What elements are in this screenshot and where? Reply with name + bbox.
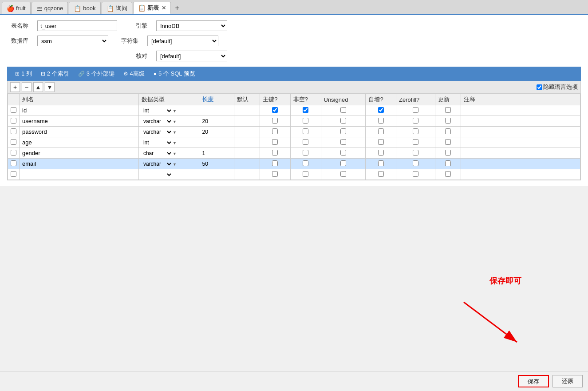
row-update-checkbox[interactable] bbox=[445, 160, 451, 166]
row-update[interactable] bbox=[435, 116, 461, 127]
row-length-input[interactable] bbox=[202, 118, 220, 124]
row-type-select[interactable]: int bbox=[142, 139, 173, 146]
row-unsigned[interactable] bbox=[321, 159, 366, 169]
row-notnull-checkbox[interactable] bbox=[303, 160, 308, 166]
row-comment[interactable] bbox=[461, 148, 580, 159]
row-length[interactable] bbox=[199, 159, 234, 169]
row-unsigned[interactable] bbox=[321, 127, 366, 137]
hide-lang-option[interactable]: 隐藏语言选项 bbox=[537, 83, 578, 91]
row-comment[interactable] bbox=[461, 116, 580, 127]
engine-select[interactable]: InnoDB bbox=[156, 20, 227, 31]
row-unsigned-checkbox[interactable] bbox=[340, 150, 346, 156]
panel-tab-indexes[interactable]: ⊟ 2 个索引 bbox=[36, 68, 74, 80]
row-zerofill-checkbox[interactable] bbox=[413, 107, 418, 113]
row-name-input[interactable] bbox=[22, 139, 136, 146]
row-name[interactable] bbox=[20, 127, 139, 137]
row-autoincrement[interactable] bbox=[366, 169, 396, 180]
row-update[interactable] bbox=[435, 127, 461, 137]
row-pk[interactable] bbox=[260, 159, 291, 169]
row-update[interactable] bbox=[435, 137, 461, 148]
row-unsigned-checkbox[interactable] bbox=[340, 171, 346, 177]
row-name-input[interactable] bbox=[22, 160, 136, 167]
row-pk-checkbox[interactable] bbox=[272, 128, 278, 134]
row-checkbox[interactable] bbox=[11, 160, 16, 166]
remove-row-button[interactable]: − bbox=[22, 82, 32, 92]
row-zerofill[interactable] bbox=[396, 105, 435, 116]
row-zerofill[interactable] bbox=[396, 137, 435, 148]
move-up-button[interactable]: ▲ bbox=[33, 82, 43, 92]
row-comment-input[interactable] bbox=[464, 139, 577, 146]
panel-tab-advanced[interactable]: ⚙ 4高级 bbox=[119, 68, 149, 80]
header-col-notnull[interactable]: 非空? bbox=[290, 94, 321, 105]
row-update-checkbox[interactable] bbox=[445, 139, 451, 145]
row-pk-checkbox[interactable] bbox=[272, 150, 278, 156]
row-type[interactable]: varchar▼ bbox=[138, 116, 199, 127]
row-comment-input[interactable] bbox=[464, 107, 577, 114]
header-col-comment[interactable]: 注释 bbox=[461, 94, 580, 105]
tab-newtable-close[interactable]: ✕ bbox=[162, 5, 166, 11]
row-unsigned-checkbox[interactable] bbox=[340, 160, 346, 166]
row-unsigned[interactable] bbox=[321, 137, 366, 148]
row-unsigned[interactable] bbox=[321, 148, 366, 159]
row-pk-checkbox[interactable] bbox=[272, 160, 278, 166]
panel-tab-columns[interactable]: ⊞ 1 列 bbox=[11, 68, 36, 80]
row-length[interactable] bbox=[199, 169, 234, 180]
row-type-select[interactable]: char bbox=[142, 150, 173, 157]
panel-tab-foreign-keys[interactable]: 🔗 3 个外部键 bbox=[74, 68, 119, 80]
row-unsigned-checkbox[interactable] bbox=[340, 107, 346, 113]
row-type-select[interactable] bbox=[142, 171, 173, 178]
row-notnull-checkbox[interactable] bbox=[303, 128, 308, 134]
row-length[interactable] bbox=[199, 105, 234, 116]
row-zerofill[interactable] bbox=[396, 116, 435, 127]
row-default[interactable] bbox=[234, 159, 260, 169]
row-unsigned[interactable] bbox=[321, 116, 366, 127]
row-autoincrement-checkbox[interactable] bbox=[378, 139, 384, 145]
row-pk[interactable] bbox=[260, 169, 291, 180]
row-checkbox[interactable] bbox=[11, 118, 16, 124]
row-autoincrement[interactable] bbox=[366, 159, 396, 169]
row-length-input[interactable] bbox=[202, 140, 220, 146]
row-autoincrement[interactable] bbox=[366, 105, 396, 116]
collation-select[interactable]: [default] bbox=[156, 51, 227, 61]
header-col-type[interactable]: 数据类型 bbox=[138, 94, 199, 105]
row-update-checkbox[interactable] bbox=[445, 118, 451, 124]
row-unsigned-checkbox[interactable] bbox=[340, 118, 346, 124]
row-checkbox[interactable] bbox=[11, 150, 16, 156]
row-type[interactable]: int▼ bbox=[138, 105, 199, 116]
row-notnull[interactable] bbox=[290, 169, 321, 180]
hide-lang-checkbox[interactable] bbox=[537, 84, 542, 90]
header-col-zerofill[interactable]: Zerofill? bbox=[396, 94, 435, 105]
tab-qqzone[interactable]: 🗃 qqzone bbox=[32, 2, 68, 14]
row-comment[interactable] bbox=[461, 137, 580, 148]
row-update-checkbox[interactable] bbox=[445, 171, 451, 177]
row-autoincrement[interactable] bbox=[366, 127, 396, 137]
row-length-input[interactable] bbox=[202, 172, 220, 178]
row-comment-input[interactable] bbox=[464, 118, 577, 124]
save-button[interactable]: 保存 bbox=[518, 375, 549, 387]
row-type[interactable] bbox=[138, 169, 199, 180]
header-col-pk[interactable]: 主键? bbox=[260, 94, 291, 105]
table-name-input[interactable] bbox=[37, 20, 117, 31]
row-name-input[interactable] bbox=[22, 150, 136, 156]
row-type[interactable]: int▼ bbox=[138, 137, 199, 148]
tab-add-button[interactable]: + bbox=[172, 2, 183, 14]
row-notnull[interactable] bbox=[290, 148, 321, 159]
row-name[interactable] bbox=[20, 116, 139, 127]
row-autoincrement-checkbox[interactable] bbox=[378, 128, 384, 134]
tab-query[interactable]: 📋 询问 bbox=[102, 2, 132, 14]
row-name[interactable] bbox=[20, 169, 139, 180]
row-pk-checkbox[interactable] bbox=[272, 139, 278, 145]
row-pk[interactable] bbox=[260, 116, 291, 127]
row-default[interactable] bbox=[234, 148, 260, 159]
tab-fruit[interactable]: 🍎 fruit bbox=[2, 2, 31, 14]
row-length[interactable] bbox=[199, 148, 234, 159]
row-default[interactable] bbox=[234, 116, 260, 127]
row-name-input[interactable] bbox=[22, 118, 136, 124]
add-row-button[interactable]: + bbox=[10, 82, 20, 92]
row-autoincrement-checkbox[interactable] bbox=[378, 118, 384, 124]
row-zerofill-checkbox[interactable] bbox=[413, 171, 418, 177]
row-notnull-checkbox[interactable] bbox=[303, 139, 308, 145]
row-comment-input[interactable] bbox=[464, 171, 577, 178]
charset-select[interactable]: [default] bbox=[147, 36, 218, 46]
row-zerofill[interactable] bbox=[396, 148, 435, 159]
